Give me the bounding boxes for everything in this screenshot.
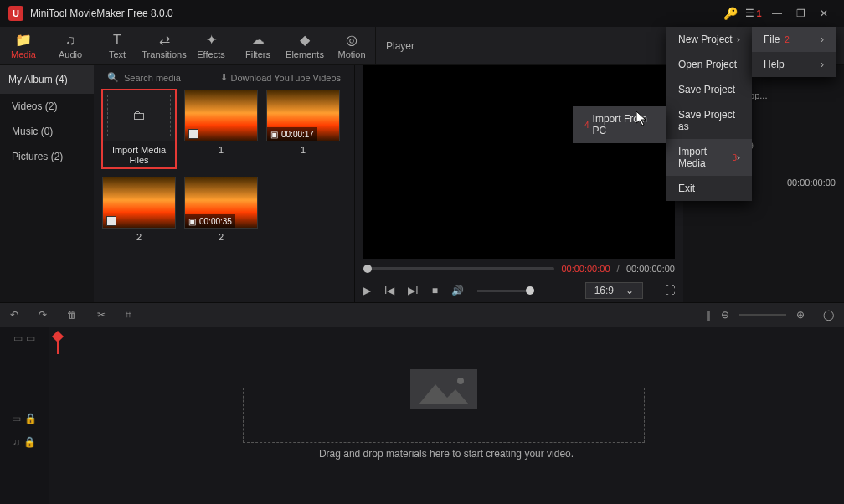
zoom-fit-button[interactable]: ◯ bbox=[823, 309, 834, 321]
motion-icon: ◎ bbox=[346, 32, 358, 48]
menu-import-from-pc[interactable]: 4Import From PC bbox=[573, 106, 666, 143]
app-logo: U bbox=[8, 6, 23, 21]
tab-media[interactable]: 📁Media bbox=[0, 27, 47, 65]
menu-file[interactable]: File2› bbox=[752, 27, 836, 52]
playhead-line bbox=[57, 337, 59, 354]
picture-icon bbox=[188, 129, 198, 139]
minimize-button[interactable]: — bbox=[765, 0, 789, 27]
zoom-in-button[interactable]: ⊕ bbox=[796, 309, 805, 321]
folder-plus-icon: 🗀 bbox=[132, 108, 146, 123]
chevron-right-icon: › bbox=[821, 59, 824, 70]
app-title: MiniTool MovieMaker Free 8.0.0 bbox=[30, 8, 173, 19]
copy-track-icon[interactable]: ▭ bbox=[26, 332, 35, 344]
sidebar-item-videos[interactable]: Videos (2) bbox=[0, 94, 94, 119]
delete-button[interactable]: 🗑 bbox=[67, 309, 77, 321]
search-input[interactable]: Search media bbox=[124, 73, 181, 83]
picture-icon bbox=[106, 216, 116, 226]
media-tile[interactable]: 1 bbox=[184, 90, 258, 168]
transitions-icon: ⇄ bbox=[159, 32, 170, 48]
chevron-down-icon: ⌄ bbox=[625, 285, 634, 296]
play-button[interactable]: ▶ bbox=[363, 285, 371, 296]
zoom-slider[interactable] bbox=[739, 314, 786, 316]
zoom-out-button[interactable]: ⊖ bbox=[721, 309, 729, 321]
chevron-right-icon: › bbox=[821, 33, 824, 45]
tab-effects[interactable]: ✦Effects bbox=[188, 27, 234, 65]
video-icon: ▣ bbox=[188, 217, 196, 226]
seek-slider[interactable] bbox=[363, 267, 554, 270]
tab-transitions[interactable]: ⇄Transitions bbox=[141, 27, 188, 65]
effects-icon: ✦ bbox=[206, 32, 217, 48]
preview-canvas bbox=[363, 65, 675, 259]
menu-new-project[interactable]: New Project› bbox=[666, 27, 752, 52]
svg-point-1 bbox=[457, 378, 464, 384]
player-label: Player bbox=[386, 40, 414, 52]
close-button[interactable]: ✕ bbox=[812, 0, 836, 27]
lock-icon[interactable]: 🔒 bbox=[24, 413, 37, 424]
next-frame-button[interactable]: ▶I bbox=[408, 285, 418, 296]
timeline-hint: Drag and drop materials here to start cr… bbox=[49, 448, 844, 460]
menu-save-project-as[interactable]: Save Project as bbox=[666, 102, 752, 139]
media-tile[interactable]: ▣00:00:17 1 bbox=[266, 90, 340, 168]
video-icon: ▣ bbox=[270, 130, 278, 139]
sidebar-item-music[interactable]: Music (0) bbox=[0, 119, 94, 144]
menu-save-project[interactable]: Save Project bbox=[666, 77, 752, 102]
chevron-right-icon: › bbox=[737, 33, 740, 45]
filters-icon: ☁ bbox=[251, 32, 265, 48]
lock-icon[interactable]: 🔒 bbox=[23, 436, 36, 448]
timeline-dropzone[interactable] bbox=[243, 388, 645, 443]
volume-slider[interactable] bbox=[477, 290, 534, 292]
info-duration: 00:00:00:00 bbox=[787, 177, 836, 188]
timecode-total: 00:00:00:00 bbox=[626, 264, 675, 274]
search-icon[interactable]: 🔍 bbox=[107, 72, 119, 83]
lock-track-icon[interactable]: ▭ bbox=[13, 332, 23, 344]
tab-text[interactable]: TText bbox=[94, 27, 141, 65]
volume-icon[interactable]: 🔊 bbox=[451, 285, 464, 296]
import-media-tile[interactable]: 🗀 Import Media Files bbox=[102, 90, 176, 168]
timecode-current: 00:00:00:00 bbox=[561, 264, 610, 274]
menu-open-project[interactable]: Open Project bbox=[666, 52, 752, 77]
key-icon[interactable]: 🔑 bbox=[718, 0, 742, 27]
redo-button[interactable]: ↷ bbox=[39, 309, 47, 321]
tab-elements[interactable]: ◆Elements bbox=[281, 27, 328, 65]
audio-track-icon[interactable]: ♫ bbox=[13, 436, 20, 448]
audio-level-icon[interactable]: ‖ bbox=[706, 309, 711, 321]
elements-icon: ◆ bbox=[300, 32, 310, 48]
sidebar-header[interactable]: My Album (4) bbox=[0, 65, 94, 94]
aspect-ratio-select[interactable]: 16:9⌄ bbox=[585, 282, 643, 299]
menu-exit[interactable]: Exit bbox=[666, 176, 752, 201]
hamburger-menu-icon[interactable]: ☰1 bbox=[742, 0, 765, 27]
menu-help[interactable]: Help› bbox=[752, 52, 836, 77]
folder-icon: 📁 bbox=[15, 32, 32, 48]
download-youtube-button[interactable]: ⬇ Download YouTube Videos bbox=[220, 72, 342, 83]
undo-button[interactable]: ↶ bbox=[10, 309, 18, 321]
tab-motion[interactable]: ◎Motion bbox=[328, 27, 375, 65]
video-track-icon[interactable]: ▭ bbox=[12, 413, 21, 424]
sidebar-item-pictures[interactable]: Pictures (2) bbox=[0, 144, 94, 169]
menu-import-media[interactable]: Import Media3› bbox=[666, 139, 752, 176]
crop-button[interactable]: ⌗ bbox=[126, 309, 131, 321]
prev-frame-button[interactable]: I◀ bbox=[384, 285, 394, 296]
stop-button[interactable]: ■ bbox=[432, 285, 438, 296]
cut-button[interactable]: ✂ bbox=[97, 309, 106, 321]
text-icon: T bbox=[113, 33, 121, 48]
maximize-button[interactable]: ❐ bbox=[789, 0, 812, 27]
download-icon: ⬇ bbox=[220, 72, 228, 83]
chevron-right-icon: › bbox=[737, 152, 740, 163]
audio-icon: ♫ bbox=[65, 33, 75, 48]
tab-audio[interactable]: ♫Audio bbox=[47, 27, 94, 65]
fullscreen-icon[interactable]: ⛶ bbox=[665, 285, 675, 296]
tab-filters[interactable]: ☁Filters bbox=[234, 27, 281, 65]
media-tile[interactable]: 2 bbox=[102, 177, 176, 242]
media-tile[interactable]: ▣00:00:35 2 bbox=[184, 177, 258, 242]
